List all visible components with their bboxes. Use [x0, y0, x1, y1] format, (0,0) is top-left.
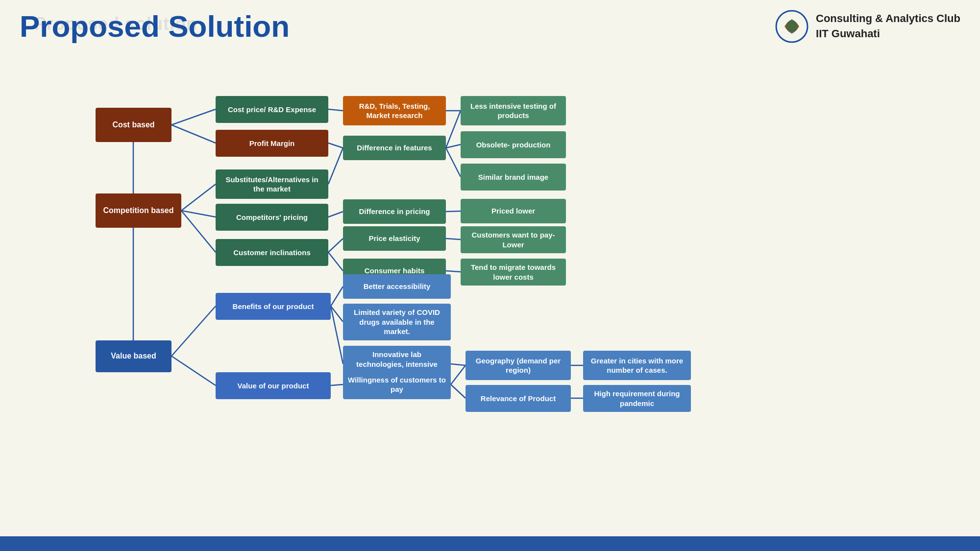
- price-elasticity-node: Price elasticity: [343, 226, 446, 251]
- competitors-pricing-node: Competitors' pricing: [216, 204, 328, 231]
- svg-line-25: [331, 306, 343, 364]
- svg-line-6: [181, 211, 216, 217]
- page-title: Proposed Solution: [20, 9, 290, 44]
- svg-line-27: [451, 364, 466, 365]
- logo-icon: [775, 9, 809, 44]
- svg-line-22: [446, 271, 461, 272]
- diff-pricing-node: Difference in pricing: [343, 199, 446, 224]
- svg-line-5: [181, 184, 216, 211]
- customers-want-node: Customers want to pay- Lower: [461, 226, 566, 253]
- rnd-trials-node: R&D, Trials, Testing, Market research: [343, 96, 446, 125]
- similar-brand-node: Similar brand image: [461, 164, 566, 191]
- customer-inclinations-node: Customer inclinations: [216, 239, 328, 266]
- priced-lower-node: Priced lower: [461, 199, 566, 223]
- cost-price-node: Cost price/ R&D Expense: [216, 96, 328, 123]
- footer-bar: [0, 536, 980, 551]
- svg-line-20: [446, 211, 461, 212]
- obsolete-node: Obsolete- production: [461, 131, 566, 158]
- svg-line-11: [328, 143, 343, 148]
- svg-line-14: [328, 239, 343, 252]
- svg-line-23: [331, 287, 343, 306]
- better-access-node: Better accessibility: [343, 274, 451, 299]
- logo-text: Consulting & Analytics Club IIT Guwahati: [816, 11, 960, 42]
- svg-line-21: [446, 239, 461, 240]
- willingness-node: Willingness of customers to pay: [343, 370, 451, 399]
- svg-line-10: [328, 109, 343, 111]
- substitutes-node: Substitutes/Alternatives in the market: [216, 169, 328, 199]
- geography-node: Geography (demand per region): [466, 351, 571, 380]
- svg-line-19: [446, 148, 461, 177]
- svg-line-4: [172, 125, 216, 143]
- tend-migrate-node: Tend to migrate towards lower costs: [461, 259, 566, 286]
- logo-area: Consulting & Analytics Club IIT Guwahati: [775, 9, 960, 44]
- svg-line-26: [331, 384, 343, 385]
- limited-variety-node: Limited variety of COVID drugs available…: [343, 304, 451, 340]
- benefits-product-node: Benefits of our product: [216, 293, 331, 320]
- svg-line-3: [172, 109, 216, 125]
- svg-line-29: [451, 384, 466, 398]
- svg-line-17: [446, 111, 461, 148]
- cost-based-node: Cost based: [96, 108, 172, 142]
- svg-line-24: [331, 306, 343, 322]
- header: Proposed solution Proposed Solution Cons…: [0, 0, 980, 44]
- svg-line-15: [328, 252, 343, 271]
- less-intensive-node: Less intensive testing of products: [461, 96, 566, 125]
- svg-line-18: [446, 144, 461, 148]
- svg-line-28: [451, 365, 466, 384]
- diff-features-node: Difference in features: [343, 136, 446, 160]
- svg-line-12: [328, 148, 343, 184]
- relevance-node: Relevance of Product: [466, 385, 571, 412]
- svg-line-13: [328, 212, 343, 217]
- value-product-node: Value of our product: [216, 372, 331, 399]
- competition-based-node: Competition based: [96, 193, 181, 228]
- value-based-node: Value based: [96, 340, 172, 372]
- svg-line-7: [181, 211, 216, 252]
- greater-cities-node: Greater in cities with more number of ca…: [583, 351, 691, 380]
- svg-line-9: [172, 356, 216, 385]
- high-req-node: High requirement during pandemic: [583, 385, 691, 412]
- profit-margin-node: Profit Margin: [216, 130, 328, 157]
- svg-line-8: [172, 306, 216, 356]
- diagram: Cost basedCompetition basedValue basedCo…: [0, 49, 980, 529]
